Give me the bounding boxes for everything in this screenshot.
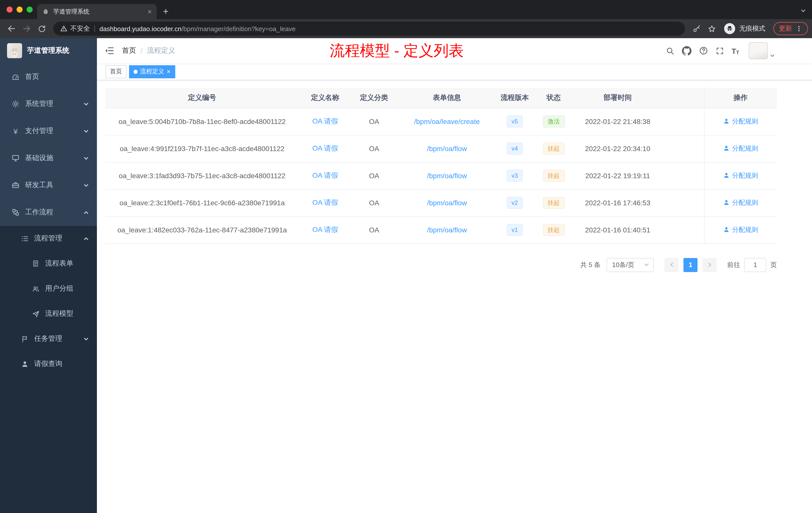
prev-page-button[interactable]: [664, 258, 678, 272]
assign-rule-link[interactable]: 分配规则: [723, 144, 758, 153]
definition-id: oa_leave:4:991f2193-7b7f-11ec-a3c8-acde4…: [106, 135, 299, 162]
assign-rule-link[interactable]: 分配规则: [723, 225, 758, 234]
tag-process-definition[interactable]: 流程定义 ×: [129, 65, 175, 78]
tag-close-icon[interactable]: ×: [167, 68, 171, 75]
address-bar[interactable]: 不安全 dashboard.yudao.iocoder.cn/bpm/manag…: [53, 22, 685, 36]
status-badge: 挂起: [543, 224, 565, 236]
minimize-window-button[interactable]: [17, 6, 23, 12]
security-chip[interactable]: 不安全: [60, 24, 90, 33]
tab-close-icon[interactable]: ×: [148, 8, 152, 15]
col-definition-id: 定义编号: [106, 88, 299, 108]
tab-search-chevron-icon[interactable]: [801, 6, 806, 16]
definition-category: OA: [351, 189, 397, 216]
definition-name-link[interactable]: OA 请假: [312, 225, 338, 233]
sidebar-item-leave-query[interactable]: 请假查询: [0, 351, 97, 376]
sidebar-item-home[interactable]: 首页: [0, 63, 97, 90]
page-number-button[interactable]: 1: [684, 258, 697, 272]
form-link[interactable]: /bpm/oa/flow: [427, 199, 467, 207]
status-badge: 挂起: [543, 143, 565, 155]
form-link[interactable]: /bpm/oa/flow: [427, 226, 467, 234]
topbar: 首页 / 流程定义 流程模型 - 定义列表: [97, 38, 812, 63]
sidebar-item-dev-tools[interactable]: 研发工具: [0, 172, 97, 199]
assign-rule-link[interactable]: 分配规则: [723, 198, 758, 207]
action-label: 分配规则: [732, 171, 758, 180]
page-size-select[interactable]: 10条/页: [607, 258, 654, 272]
content-area: 首页 / 流程定义 流程模型 - 定义列表: [97, 38, 812, 513]
sidebar-item-label: 用户分组: [45, 284, 89, 293]
user-menu[interactable]: [749, 42, 775, 59]
sidebar-item-user-group[interactable]: 用户分组: [0, 276, 97, 301]
page-size-value: 10条/页: [612, 260, 634, 269]
flag-icon: [20, 335, 29, 342]
chevron-down-icon: [83, 101, 89, 107]
sidebar-item-payment-mgmt[interactable]: ¥ 支付管理: [0, 117, 97, 145]
table-row: oa_leave:3:1fad3d93-7b75-11ec-a3c8-acde4…: [106, 162, 777, 189]
definition-name-link[interactable]: OA 请假: [312, 117, 338, 125]
help-icon[interactable]: [699, 46, 708, 55]
bookmark-star-icon[interactable]: [704, 21, 719, 36]
list-icon: [20, 235, 29, 242]
definition-name-link[interactable]: OA 请假: [312, 144, 338, 152]
password-key-icon[interactable]: [689, 21, 704, 36]
warning-icon: [60, 25, 67, 32]
status-badge: 激活: [543, 116, 565, 127]
sidebar-item-process-form[interactable]: 流程表单: [0, 251, 97, 276]
search-icon[interactable]: [666, 47, 674, 55]
app-title: 芋道管理系统: [27, 46, 69, 55]
goto-page-input[interactable]: [744, 258, 766, 272]
definition-name-link[interactable]: OA 请假: [312, 198, 338, 206]
user-avatar[interactable]: [749, 42, 768, 59]
next-page-button[interactable]: [702, 258, 717, 272]
sidebar-item-label: 支付管理: [25, 126, 83, 135]
close-window-button[interactable]: [6, 6, 12, 12]
version-badge: v1: [506, 224, 523, 236]
fullscreen-icon[interactable]: [715, 47, 724, 55]
tag-home[interactable]: 首页: [106, 65, 126, 78]
reload-icon[interactable]: [34, 21, 49, 36]
form-document-icon: [31, 260, 40, 267]
form-link[interactable]: /bpm/oa/flow: [427, 172, 467, 180]
table-row: oa_leave:5:004b710b-7b8a-11ec-8ef0-acde4…: [106, 108, 777, 135]
sidebar-item-process-model[interactable]: 流程模型: [0, 301, 97, 326]
version-badge: v2: [506, 197, 523, 209]
sidebar-item-system-mgmt[interactable]: 系统管理: [0, 90, 97, 117]
font-size-icon[interactable]: TT: [731, 47, 739, 55]
sidebar-item-label: 基础设施: [25, 154, 83, 163]
breadcrumb-home[interactable]: 首页: [122, 46, 136, 55]
form-link[interactable]: /bpm/oa/flow: [427, 145, 467, 153]
forward-icon[interactable]: [19, 21, 34, 36]
sidebar-item-process-mgmt[interactable]: 流程管理: [0, 226, 97, 251]
github-icon[interactable]: [682, 46, 691, 56]
tags-view-bar: 首页 流程定义 ×: [97, 63, 812, 80]
zoom-window-button[interactable]: [27, 6, 33, 12]
topbar-actions: TT: [666, 42, 775, 59]
sidebar-toggle-icon[interactable]: [97, 46, 122, 56]
toolbox-icon: [11, 181, 20, 189]
chrome-update-button[interactable]: 更新: [773, 22, 808, 35]
sidebar-item-label: 流程管理: [34, 234, 83, 243]
deploy-time: 2022-01-16 17:46:53: [575, 189, 660, 216]
users-icon: [31, 285, 40, 292]
dashboard-icon: [11, 73, 20, 81]
version-badge: v5: [506, 116, 523, 127]
caret-down-icon: [770, 53, 775, 58]
assign-rule-link[interactable]: 分配规则: [723, 171, 758, 180]
spacer-cell: [660, 189, 704, 216]
version-badge: v4: [506, 143, 523, 155]
url-host: dashboard.yudao.iocoder.cn: [99, 25, 181, 32]
sidebar-item-workflow[interactable]: 工作流程: [0, 199, 97, 226]
incognito-icon: [724, 23, 735, 34]
assign-rule-link[interactable]: 分配规则: [723, 117, 758, 126]
app-logo[interactable]: 芋道管理系统: [0, 38, 97, 63]
sidebar-item-task-mgmt[interactable]: 任务管理: [0, 326, 97, 351]
back-icon[interactable]: [4, 21, 19, 36]
form-link[interactable]: /bpm/oa/leave/create: [414, 117, 480, 125]
new-tab-button[interactable]: +: [159, 4, 173, 19]
browser-menu-dots-icon[interactable]: [795, 25, 803, 32]
version-badge: v3: [506, 170, 523, 182]
spacer-cell: [660, 135, 704, 162]
definition-name-link[interactable]: OA 请假: [312, 171, 338, 179]
spacer-cell: [660, 108, 704, 135]
browser-tab[interactable]: 芋道管理系统 ×: [37, 4, 157, 19]
sidebar-item-infrastructure[interactable]: 基础设施: [0, 145, 97, 172]
